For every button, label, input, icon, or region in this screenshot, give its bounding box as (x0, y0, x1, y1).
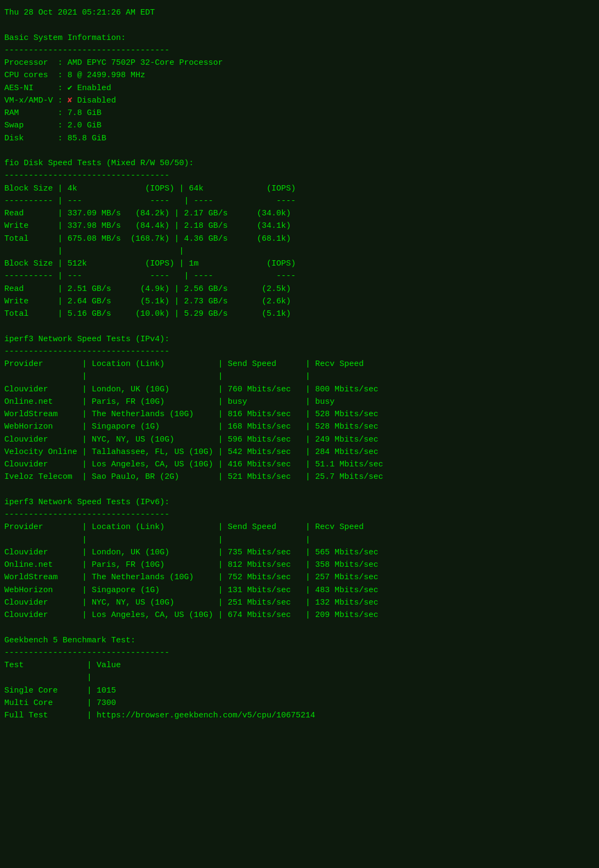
iperf6-divider: ---------------------------------- (4, 508, 595, 521)
iperf4-row-5: Clouvider | NYC, NY, US (10G) | 596 Mbit… (4, 433, 595, 446)
swap-line: Swap : 2.0 GiB (4, 119, 595, 132)
iperf4-row-1: Clouvider | London, UK (10G) | 760 Mbits… (4, 383, 595, 396)
basic-info-divider: ---------------------------------- (4, 44, 595, 57)
iperf6-row-1: Clouvider | London, UK (10G) | 735 Mbits… (4, 546, 595, 559)
fio-table1-sep: ---------- | --- ---- | ---- ---- (4, 195, 595, 207)
fio-section: fio Disk Speed Tests (Mixed R/W 50/50): … (4, 157, 595, 320)
iperf6-sep: | | | (4, 534, 595, 546)
iperf4-row-3: WorldStream | The Netherlands (10G) | 81… (4, 408, 595, 421)
iperf4-divider: ---------------------------------- (4, 345, 595, 358)
fio-write-512k: Write | 2.64 GB/s (5.1k) | 2.73 GB/s (2.… (4, 295, 595, 308)
iperf6-section: iperf3 Network Speed Tests (IPv6): -----… (4, 496, 595, 622)
iperf4-sep: | | | (4, 370, 595, 383)
terminal-output: Thu 28 Oct 2021 05:21:26 AM EDT Basic Sy… (4, 6, 595, 722)
fio-blank: | | (4, 245, 595, 257)
iperf6-row-5: Clouvider | NYC, NY, US (10G) | 251 Mbit… (4, 596, 595, 609)
fio-read-4k: Read | 337.09 MB/s (84.2k) | 2.17 GB/s (… (4, 207, 595, 220)
geekbench-single: Single Core | 1015 (4, 684, 595, 697)
iperf4-row-6: Velocity Online | Tallahassee, FL, US (1… (4, 446, 595, 458)
disk-line: Disk : 85.8 GiB (4, 132, 595, 145)
iperf4-row-7: Clouvider | Los Angeles, CA, US (10G) | … (4, 458, 595, 471)
iperf4-header: Provider | Location (Link) | Send Speed … (4, 358, 595, 370)
basic-info-section: Basic System Information: --------------… (4, 32, 595, 145)
geekbench-multi: Multi Core | 7300 (4, 697, 595, 709)
vmx-line: VM-x/AMD-V : ✘ Disabled (4, 94, 595, 107)
geekbench-divider: ---------------------------------- (4, 647, 595, 659)
iperf6-title: iperf3 Network Speed Tests (IPv6): (4, 496, 595, 508)
fio-table1-header: Block Size | 4k (IOPS) | 64k (IOPS) (4, 182, 595, 195)
timestamp: Thu 28 Oct 2021 05:21:26 AM EDT (4, 6, 595, 19)
geekbench-full: Full Test | https://browser.geekbench.co… (4, 709, 595, 722)
aes-ni-line: AES-NI : ✔ Enabled (4, 82, 595, 94)
iperf6-row-4: WebHorizon | Singapore (1G) | 131 Mbits/… (4, 584, 595, 596)
basic-info-title: Basic System Information: (4, 32, 595, 44)
processor-line: Processor : AMD EPYC 7502P 32-Core Proce… (4, 57, 595, 69)
fio-total-4k: Total | 675.08 MB/s (168.7k) | 4.36 GB/s… (4, 233, 595, 245)
fio-write-4k: Write | 337.98 MB/s (84.4k) | 2.18 GB/s … (4, 220, 595, 232)
iperf4-row-2: Online.net | Paris, FR (10G) | busy | bu… (4, 396, 595, 408)
iperf6-row-3: WorldStream | The Netherlands (10G) | 75… (4, 571, 595, 584)
fio-read-512k: Read | 2.51 GB/s (4.9k) | 2.56 GB/s (2.5… (4, 283, 595, 295)
ram-line: RAM : 7.8 GiB (4, 107, 595, 119)
fio-title: fio Disk Speed Tests (Mixed R/W 50/50): (4, 157, 595, 169)
fio-table2-header: Block Size | 512k (IOPS) | 1m (IOPS) (4, 257, 595, 270)
iperf4-row-8: Iveloz Telecom | Sao Paulo, BR (2G) | 52… (4, 471, 595, 483)
geekbench-header: Test | Value (4, 659, 595, 672)
cpu-cores-line: CPU cores : 8 @ 2499.998 MHz (4, 69, 595, 82)
iperf4-section: iperf3 Network Speed Tests (IPv4): -----… (4, 333, 595, 484)
fio-divider: ---------------------------------- (4, 169, 595, 182)
geekbench-sep: | (4, 672, 595, 684)
fio-table2-sep: ---------- | --- ---- | ---- ---- (4, 270, 595, 282)
geekbench-section: Geekbench 5 Benchmark Test: ------------… (4, 634, 595, 722)
iperf6-header: Provider | Location (Link) | Send Speed … (4, 521, 595, 533)
iperf6-row-6: Clouvider | Los Angeles, CA, US (10G) | … (4, 609, 595, 621)
iperf4-title: iperf3 Network Speed Tests (IPv4): (4, 333, 595, 345)
iperf6-row-2: Online.net | Paris, FR (10G) | 812 Mbits… (4, 559, 595, 571)
geekbench-title: Geekbench 5 Benchmark Test: (4, 634, 595, 647)
fio-total-512k: Total | 5.16 GB/s (10.0k) | 5.29 GB/s (5… (4, 308, 595, 320)
iperf4-row-4: WebHorizon | Singapore (1G) | 168 Mbits/… (4, 421, 595, 433)
